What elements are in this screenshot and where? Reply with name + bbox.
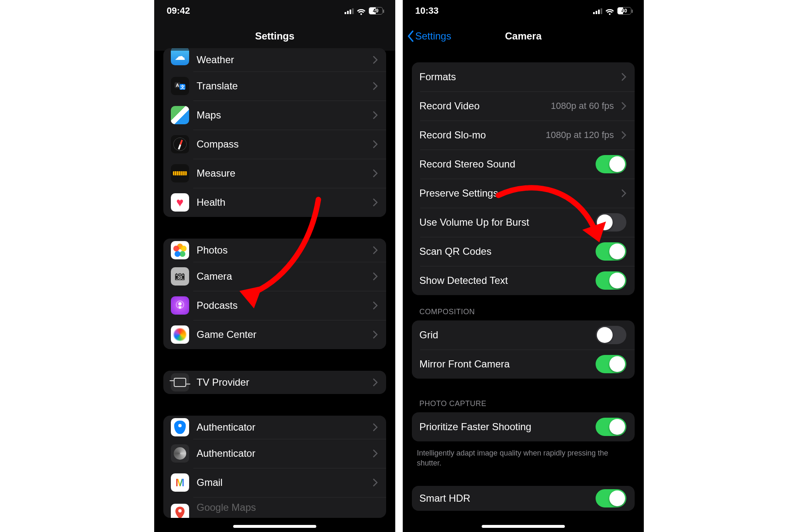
row-value: 1080p at 60 fps bbox=[551, 101, 614, 111]
chevron-right-icon bbox=[621, 73, 626, 81]
page-title: Camera bbox=[505, 30, 542, 42]
row-label: Weather bbox=[197, 54, 365, 66]
row-detected-text: Show Detected Text bbox=[412, 266, 635, 295]
podcasts-icon bbox=[171, 296, 189, 315]
row-label: Health bbox=[197, 197, 365, 208]
row-label: Record Slo-mo bbox=[419, 129, 538, 141]
toggle-smart-hdr[interactable] bbox=[596, 489, 626, 507]
row-health[interactable]: ♥ Health bbox=[163, 188, 386, 217]
row-record-video[interactable]: Record Video 1080p at 60 fps bbox=[412, 91, 635, 121]
row-label: Mirror Front Camera bbox=[419, 358, 588, 370]
weather-icon: ☁︎ bbox=[171, 48, 189, 65]
status-time: 09:42 bbox=[167, 5, 190, 16]
status-bar: 09:42 49 bbox=[154, 0, 395, 22]
chevron-right-icon bbox=[373, 246, 378, 254]
back-button[interactable]: Settings bbox=[407, 22, 451, 51]
chevron-right-icon bbox=[373, 330, 378, 339]
chevron-right-icon bbox=[373, 169, 378, 177]
wifi-icon bbox=[357, 7, 365, 14]
toggle-mirror-front[interactable] bbox=[596, 355, 626, 373]
row-mirror-front: Mirror Front Camera bbox=[412, 350, 635, 379]
row-preserve-settings[interactable]: Preserve Settings bbox=[412, 179, 635, 208]
health-icon: ♥ bbox=[171, 193, 189, 212]
battery-icon: 40 bbox=[617, 7, 631, 15]
chevron-right-icon bbox=[373, 423, 378, 431]
translate-icon: A文 bbox=[171, 77, 189, 95]
chevron-right-icon bbox=[621, 131, 626, 139]
row-googlemaps[interactable]: Google Maps bbox=[163, 497, 386, 518]
maps-icon bbox=[171, 106, 189, 124]
cellular-icon bbox=[593, 7, 602, 14]
camera-icon: 📷︎ bbox=[171, 267, 189, 286]
row-label: Podcasts bbox=[197, 300, 365, 311]
row-label: Gmail bbox=[197, 477, 365, 488]
toggle-volume-burst[interactable] bbox=[596, 213, 626, 232]
row-label: Grid bbox=[419, 329, 588, 341]
row-compass[interactable]: Compass bbox=[163, 130, 386, 159]
chevron-right-icon bbox=[373, 56, 378, 64]
row-label: Translate bbox=[197, 80, 365, 92]
toggle-scan-qr[interactable] bbox=[596, 242, 626, 261]
row-authenticator-1[interactable]: Authenticator bbox=[163, 416, 386, 439]
row-label: Authenticator bbox=[197, 421, 365, 433]
chevron-right-icon bbox=[373, 478, 378, 487]
row-grid: Grid bbox=[412, 320, 635, 350]
nav-bar: Settings bbox=[154, 22, 395, 51]
row-podcasts[interactable]: Podcasts bbox=[163, 291, 386, 320]
home-indicator bbox=[233, 525, 316, 528]
row-record-slomo[interactable]: Record Slo-mo 1080p at 120 fps bbox=[412, 121, 635, 150]
authenticator-icon bbox=[171, 418, 189, 436]
photos-icon bbox=[171, 241, 189, 259]
back-label: Settings bbox=[415, 30, 451, 42]
footnote-faster-shooting: Intelligently adapt image quality when r… bbox=[403, 444, 644, 468]
row-label: Authenticator bbox=[197, 448, 365, 459]
row-label: Show Detected Text bbox=[419, 275, 588, 286]
gmail-icon: M bbox=[171, 473, 189, 492]
row-camera[interactable]: 📷︎ Camera bbox=[163, 262, 386, 291]
row-label: Google Maps bbox=[197, 502, 378, 513]
row-label: Camera bbox=[197, 271, 365, 282]
cellular-icon bbox=[345, 7, 354, 14]
row-label: Maps bbox=[197, 109, 365, 121]
row-label: Measure bbox=[197, 167, 365, 179]
row-stereo-sound: Record Stereo Sound bbox=[412, 150, 635, 179]
row-label: Record Video bbox=[419, 100, 543, 112]
svg-point-4 bbox=[178, 302, 182, 305]
toggle-grid[interactable] bbox=[596, 326, 626, 344]
toggle-detected-text[interactable] bbox=[596, 271, 626, 290]
toggle-faster-shooting[interactable] bbox=[596, 418, 626, 436]
measure-icon bbox=[171, 164, 189, 182]
battery-icon: 49 bbox=[369, 7, 383, 15]
row-weather[interactable]: ☁︎ Weather bbox=[163, 48, 386, 71]
chevron-right-icon bbox=[373, 272, 378, 281]
toggle-stereo-sound[interactable] bbox=[596, 155, 626, 173]
row-label: Game Center bbox=[197, 329, 365, 340]
row-label: Compass bbox=[197, 138, 365, 150]
row-measure[interactable]: Measure bbox=[163, 159, 386, 188]
row-label: Use Volume Up for Burst bbox=[419, 217, 588, 228]
row-formats[interactable]: Formats bbox=[412, 62, 635, 91]
row-label: Formats bbox=[419, 71, 614, 83]
status-bar: 10:33 40 bbox=[403, 0, 644, 22]
row-authenticator-2[interactable]: Authenticator bbox=[163, 439, 386, 468]
googlemaps-icon bbox=[171, 504, 189, 518]
row-value: 1080p at 120 fps bbox=[546, 130, 614, 140]
row-smart-hdr: Smart HDR bbox=[412, 486, 635, 511]
row-tvprovider[interactable]: TV Provider bbox=[163, 371, 386, 394]
chevron-right-icon bbox=[373, 301, 378, 310]
row-gmail[interactable]: M Gmail bbox=[163, 468, 386, 497]
chevron-right-icon bbox=[373, 449, 378, 458]
chevron-right-icon bbox=[373, 140, 378, 148]
status-time: 10:33 bbox=[415, 5, 438, 16]
screenshot-settings: ☁︎ Weather A文 Translate Maps Compass bbox=[154, 0, 395, 532]
row-maps[interactable]: Maps bbox=[163, 101, 386, 130]
gamecenter-icon bbox=[171, 325, 189, 344]
row-label: TV Provider bbox=[197, 377, 365, 388]
compass-icon bbox=[171, 135, 189, 153]
row-gamecenter[interactable]: Game Center bbox=[163, 320, 386, 349]
row-photos[interactable]: Photos bbox=[163, 239, 386, 262]
svg-text:文: 文 bbox=[180, 84, 185, 89]
row-translate[interactable]: A文 Translate bbox=[163, 71, 386, 101]
chevron-right-icon bbox=[621, 102, 626, 110]
screenshot-camera-settings: Formats Record Video 1080p at 60 fps Rec… bbox=[403, 0, 644, 532]
